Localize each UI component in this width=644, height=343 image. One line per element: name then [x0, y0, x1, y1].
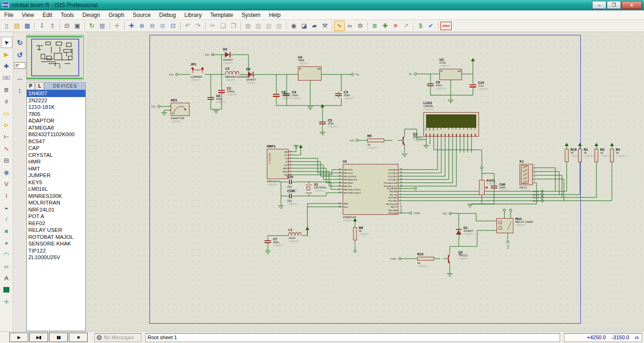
terminal-5v[interactable]: 5v	[414, 73, 417, 75]
export-section-icon[interactable]: ⇧	[47, 21, 58, 31]
copy-icon[interactable]: ❏	[218, 21, 228, 31]
component-C5[interactable]: C5100n<TEXT>	[319, 120, 326, 126]
menu-file[interactable]: File	[0, 11, 17, 19]
pan-icon[interactable]: ✚	[126, 21, 137, 31]
close-button[interactable]: x	[621, 1, 642, 9]
goto-sheet-icon[interactable]: ↗	[401, 21, 411, 31]
component-R2[interactable]: R21k<TEXT>	[578, 149, 582, 162]
menu-template[interactable]: Template	[206, 11, 238, 19]
component-NRF1[interactable]: NRF24L01GND1VCC2CE3CS4SCK5MOSI6MISO7IRQ8…	[267, 149, 289, 179]
false-origin-icon[interactable]: ✛	[112, 21, 122, 31]
new-document-icon[interactable]: ▯	[1, 21, 12, 31]
block-rotate-icon[interactable]: ▧	[264, 21, 274, 31]
component-U2[interactable]: VIVOU2LF33<TEXT>	[439, 69, 462, 80]
component-D2[interactable]: 1N4007<TEXT>D2	[223, 52, 234, 57]
component-R5[interactable]: 1k<TEXT>R5	[367, 139, 384, 142]
terminal[interactable]	[503, 209, 506, 212]
selection-pointer-icon[interactable]: ➤	[1, 37, 12, 48]
component-JP1[interactable]: JUMPER<TEXT>JP1	[190, 67, 205, 74]
bill-of-materials-icon[interactable]: $	[415, 21, 426, 31]
device-item[interactable]: CRYSTAL	[27, 152, 85, 159]
device-item[interactable]: 7805	[27, 111, 85, 118]
component-Q1[interactable]: Q12N2222<TEXT>	[398, 133, 411, 147]
block-delete-icon[interactable]: ▥	[274, 21, 284, 31]
component-R15[interactable]: R151k<TEXT>	[565, 149, 569, 162]
redraw-icon[interactable]: ↻	[87, 21, 97, 31]
device-item[interactable]: ZL1000U25V	[27, 254, 85, 261]
text-script-icon[interactable]: ≣	[1, 84, 12, 95]
zoom-in-icon[interactable]: ⊕	[137, 21, 147, 31]
component-C3[interactable]: C3100u<TEXT>	[335, 91, 342, 98]
packaging-tool-icon[interactable]: ▰	[309, 21, 320, 31]
junction-dot-icon[interactable]: ✚	[1, 60, 12, 72]
terminal-12v[interactable]: 12v	[506, 240, 509, 243]
rotation-angle-input[interactable]	[14, 62, 25, 69]
wire-autorouter-icon[interactable]: ∿	[334, 21, 345, 31]
overview-window[interactable]	[26, 35, 84, 80]
play-button[interactable]: ▶	[9, 333, 28, 342]
device-item[interactable]: LM016L	[27, 186, 85, 193]
device-pin-icon[interactable]: ⊢	[1, 131, 12, 142]
terminal[interactable]	[414, 187, 417, 190]
2d-path-icon[interactable]: ∞	[1, 261, 12, 272]
menu-edit[interactable]: Edit	[38, 11, 57, 19]
graph-mode-icon[interactable]: ∿	[1, 143, 12, 154]
device-item[interactable]: RELAY USER	[27, 227, 85, 234]
terminal[interactable]	[480, 166, 483, 169]
make-device-icon[interactable]: ◪	[299, 21, 309, 31]
component-C4[interactable]: C4100n<TEXT>	[283, 91, 290, 98]
device-item[interactable]: ATMEGA8	[27, 124, 85, 131]
component-K1[interactable]: 12345KEY5<TEXT>K1	[520, 164, 533, 185]
device-item[interactable]: ROTOBAT MAJOL	[27, 234, 85, 241]
pick-device-icon[interactable]: ◉	[289, 21, 299, 31]
2d-line-icon[interactable]: /	[1, 213, 12, 225]
component-C7[interactable]: C7100u<TEXT>	[264, 238, 271, 245]
menu-debug[interactable]: Debug	[155, 11, 180, 19]
component-C20[interactable]: 22p<TEXT>C20	[287, 180, 294, 184]
terminal-key4[interactable]: key4	[541, 199, 544, 202]
schematic-canvas[interactable]: JUMPER<TEXT>JP11N4007<TEXT>D2B82432T1102…	[86, 32, 644, 331]
wire-label-icon[interactable]: LBL	[1, 72, 12, 83]
voltage-probe-icon[interactable]: V	[1, 178, 12, 189]
component-C6[interactable]: C6100n<TEXT>	[207, 95, 214, 102]
device-item[interactable]: BC547	[27, 138, 85, 145]
device-item[interactable]: HMR	[27, 158, 85, 165]
import-section-icon[interactable]: ⇩	[37, 21, 47, 31]
component-R19[interactable]: 1k<TEXT>R19	[417, 257, 434, 261]
component-C100[interactable]: 22p<TEXT>C100	[287, 194, 294, 198]
undo-icon[interactable]: ↶	[182, 21, 193, 31]
zoom-all-icon[interactable]: ⊙	[157, 21, 168, 31]
zoom-area-icon[interactable]: ⊡	[168, 21, 178, 31]
component-AD1[interactable]: NCADAPTOR<TEXT>AD1	[171, 103, 190, 116]
terminal-key1[interactable]: key1	[541, 190, 544, 193]
new-sheet-icon[interactable]: ✚	[380, 21, 390, 31]
device-item[interactable]: 1N4007	[27, 90, 85, 97]
terminal-key3[interactable]: key3	[541, 196, 544, 199]
library-manager-button[interactable]: L	[35, 82, 44, 90]
property-assignment-icon[interactable]: ⚙	[355, 21, 365, 31]
menu-help[interactable]: Help	[264, 11, 285, 19]
device-item[interactable]: 1210-181K	[27, 104, 85, 111]
device-item[interactable]: ADAPTOR	[27, 117, 85, 124]
component-mode-icon[interactable]: ▶	[1, 49, 12, 60]
terminal-12v[interactable]: 12v	[211, 53, 214, 56]
device-item[interactable]: POT A	[27, 213, 85, 220]
2d-circle-icon[interactable]: ●	[1, 237, 12, 248]
step-button[interactable]: ▶▮	[29, 333, 48, 342]
cut-icon[interactable]: ✂	[207, 21, 218, 31]
component-Q2[interactable]: Q2TIP122<TEXT>	[443, 252, 456, 266]
component-U4[interactable]: VIVOU47805<TEXT>	[298, 66, 322, 81]
netlist-to-ares-icon[interactable]: ARES	[440, 22, 452, 30]
component-C8[interactable]: C81000u<TEXT>	[273, 91, 280, 99]
restore-button[interactable]: ❐	[607, 1, 621, 9]
mark-output-area-icon[interactable]: ▣	[72, 21, 83, 31]
rotate-anticlockwise-icon[interactable]: ↺	[15, 50, 25, 60]
pick-devices-button[interactable]: P	[26, 82, 35, 90]
terminal-12v[interactable]: 12v	[175, 73, 178, 76]
pause-button[interactable]: ▮▮	[49, 333, 68, 342]
menu-view[interactable]: View	[17, 11, 38, 19]
menu-source[interactable]: Source	[129, 11, 155, 19]
decompose-icon[interactable]: ⚒	[320, 21, 330, 31]
mirror-vertical-icon[interactable]: ↕	[15, 85, 25, 95]
component-R8[interactable]: R81k<TEXT>	[353, 227, 357, 240]
